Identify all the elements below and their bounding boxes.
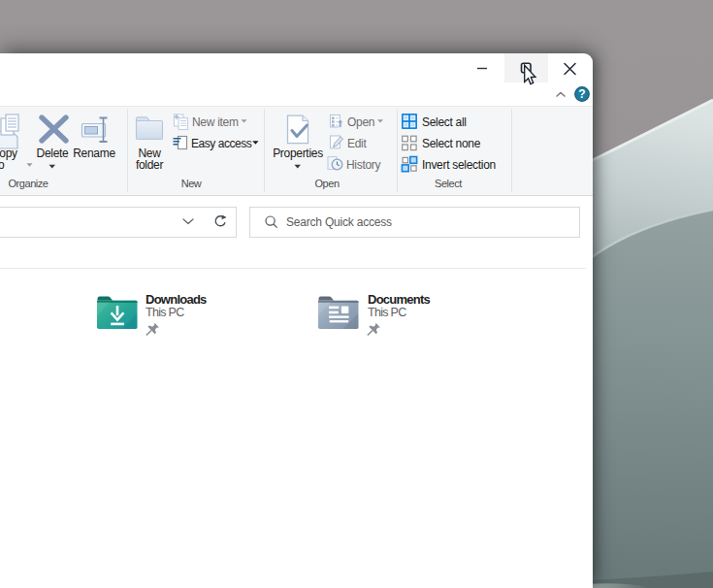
svg-text:?: ? [578, 87, 585, 101]
